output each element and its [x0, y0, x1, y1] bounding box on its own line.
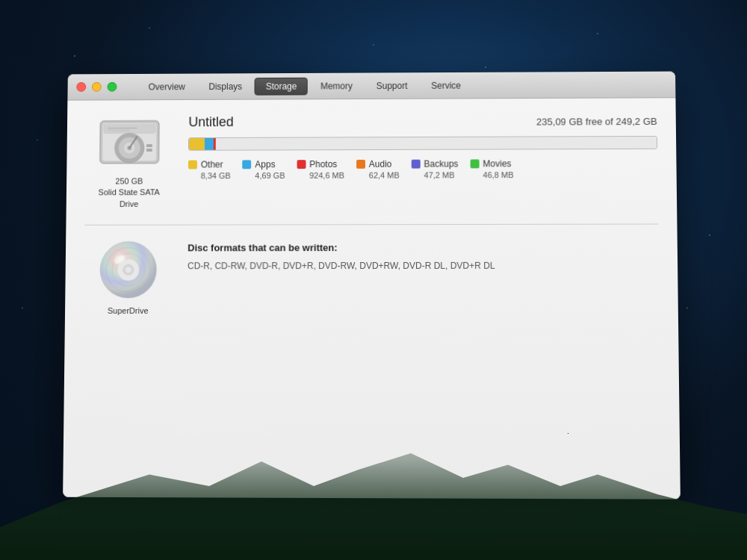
tab-storage[interactable]: Storage	[255, 77, 308, 95]
cd-icon-area: SuperDrive	[84, 239, 173, 315]
legend-dot-movies	[470, 159, 479, 168]
svg-rect-11	[146, 149, 152, 152]
legend-dot-photos	[297, 160, 306, 169]
storage-drive-section: 250 GB Solid State SATA Drive Untitled 2…	[84, 113, 658, 210]
legend-size-apps: 4,69 GB	[243, 171, 285, 180]
svg-point-18	[125, 267, 131, 273]
storage-legend: Other 8,34 GB Apps 4,69 GB	[188, 158, 658, 181]
superdrive-icon	[96, 239, 160, 302]
tab-service[interactable]: Service	[420, 76, 472, 94]
superdrive-section: SuperDrive Disc formats that can be writ…	[84, 238, 660, 315]
disc-formats-area: Disc formats that can be written: CD-R, …	[187, 238, 660, 315]
bar-segment-other	[189, 138, 205, 150]
drive-label: 250 GB Solid State SATA Drive	[98, 175, 160, 210]
disc-formats-title: Disc formats that can be written:	[187, 242, 658, 254]
legend-dot-audio	[356, 160, 365, 169]
legend-label-audio: Audio	[369, 159, 392, 169]
drive-icon-area: 250 GB Solid State SATA Drive	[84, 115, 173, 211]
legend-size-other: 8,34 GB	[188, 171, 231, 180]
maximize-button[interactable]	[108, 82, 117, 92]
legend-label-backups: Backups	[424, 159, 458, 169]
drive-free-space: 235,09 GB free of 249,2 GB	[536, 116, 657, 127]
legend-dot-other	[188, 161, 197, 169]
close-button[interactable]	[76, 82, 86, 92]
drive-title-row: Untitled 235,09 GB free of 249,2 GB	[188, 113, 657, 130]
drive-info: Untitled 235,09 GB free of 249,2 GB	[188, 113, 658, 210]
svg-rect-10	[146, 144, 152, 147]
legend-audio: Audio 62,4 MB	[356, 159, 400, 180]
section-divider	[84, 224, 658, 225]
legend-label-photos: Photos	[309, 159, 337, 169]
legend-label-other: Other	[201, 160, 223, 170]
legend-size-photos: 924,6 MB	[297, 171, 344, 180]
system-info-window: Overview Displays Storage Memory Support…	[63, 72, 681, 500]
legend-label-movies: Movies	[483, 158, 511, 169]
legend-apps: Apps 4,69 GB	[243, 159, 285, 180]
content-area: 250 GB Solid State SATA Drive Untitled 2…	[63, 98, 681, 499]
drive-name: Untitled	[188, 114, 233, 130]
tab-memory[interactable]: Memory	[309, 77, 364, 95]
bar-segment-free	[216, 137, 657, 150]
legend-size-backups: 47,2 MB	[412, 170, 459, 179]
storage-bar	[188, 136, 657, 151]
hdd-icon	[96, 115, 163, 170]
legend-movies: Movies 46,8 MB	[470, 158, 513, 179]
bar-segment-apps	[205, 138, 214, 150]
legend-size-audio: 62,4 MB	[356, 171, 400, 180]
legend-backups: Backups 47,2 MB	[412, 159, 459, 180]
minimize-button[interactable]	[92, 82, 102, 92]
legend-dot-backups	[412, 160, 421, 169]
disc-formats-list: CD-R, CD-RW, DVD-R, DVD+R, DVD-RW, DVD+R…	[187, 259, 659, 273]
legend-label-apps: Apps	[255, 159, 275, 169]
title-bar: Overview Displays Storage Memory Support…	[67, 72, 675, 101]
tab-displays[interactable]: Displays	[198, 78, 253, 96]
tab-overview[interactable]: Overview	[137, 78, 196, 96]
svg-rect-2	[104, 125, 155, 134]
legend-photos: Photos 924,6 MB	[297, 159, 344, 180]
tab-bar: Overview Displays Storage Memory Support…	[137, 76, 472, 96]
legend-size-movies: 46,8 MB	[470, 170, 513, 179]
legend-dot-apps	[243, 160, 252, 169]
tab-support[interactable]: Support	[365, 77, 419, 95]
legend-other: Other 8,34 GB	[188, 159, 231, 180]
superdrive-label: SuperDrive	[108, 306, 149, 315]
